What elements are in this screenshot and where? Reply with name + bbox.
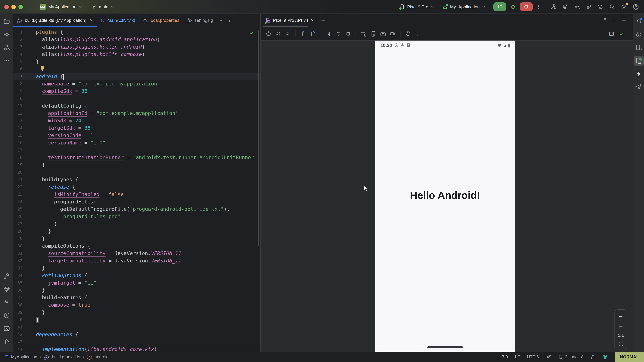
update-project-button[interactable] [596, 2, 605, 11]
intention-bulb-icon[interactable] [40, 66, 44, 71]
build-button[interactable] [549, 2, 558, 11]
code-line[interactable]: 8 namespace = "com.example.myapplication… [14, 80, 260, 87]
code-line[interactable]: 29 } [14, 235, 260, 242]
add-device-tab-button[interactable] [319, 16, 328, 25]
android-overview-button[interactable] [344, 29, 352, 38]
breadcrumb-item[interactable]: android [94, 355, 108, 359]
vcs-branch-selector[interactable]: main [92, 4, 114, 9]
rerun-button[interactable] [494, 2, 506, 11]
editor-scrollbar[interactable] [258, 30, 258, 246]
zoom-actual-size-button[interactable]: 1:1 [618, 333, 624, 338]
tab-build-gradle[interactable]: build.gradle.kts (My Application) ✕ [14, 14, 97, 27]
debug-button[interactable] [508, 2, 517, 11]
window-zoom-button[interactable] [18, 4, 23, 9]
tab-local-properties[interactable]: local.properties [139, 14, 183, 27]
toolwindow-app-links-button[interactable] [634, 82, 644, 92]
attach-debugger-button[interactable] [584, 2, 593, 11]
device-more-button[interactable] [413, 29, 422, 38]
rotate-right-button[interactable] [308, 29, 318, 38]
more-tool-windows-button[interactable] [2, 56, 12, 66]
toolwindow-vcs-button[interactable] [2, 337, 12, 347]
tab-mainactivity[interactable]: MainActivity.kt [97, 14, 139, 27]
code-line[interactable]: 12 applicationId = "com.example.myapplic… [14, 110, 260, 117]
code-line[interactable]: 22 release { [14, 183, 260, 191]
ai-assistant-status-button[interactable] [546, 354, 551, 360]
device-power-button[interactable] [264, 29, 273, 38]
breadcrumb-item[interactable]: MyApplication [11, 355, 37, 359]
ui-layout-check-icon[interactable] [609, 31, 614, 36]
toolwindow-running-devices-button[interactable] [634, 56, 644, 66]
zoom-in-button[interactable]: + [619, 313, 623, 320]
android-back-button[interactable] [324, 29, 333, 38]
search-everywhere-button[interactable] [608, 2, 616, 11]
code-line[interactable]: 20 [14, 169, 260, 176]
file-lock-button[interactable] [590, 355, 596, 360]
device-reset-button[interactable] [404, 29, 412, 38]
code-line[interactable]: 3 alias(libs.plugins.kotlin.android) [14, 43, 260, 51]
code-line[interactable]: 41 [14, 324, 260, 331]
code-line[interactable]: 13 minSdk = 24 [14, 117, 260, 124]
code-line[interactable]: 17 [14, 146, 260, 154]
hidden-tabs-chevron-icon[interactable] [219, 18, 223, 22]
notifications-button[interactable] [634, 16, 644, 26]
code-line[interactable]: 21 buildTypes { [14, 176, 260, 183]
toolwindow-app-insights-button[interactable] [2, 284, 12, 294]
stop-button[interactable] [520, 2, 533, 11]
window-minimize-button[interactable] [12, 4, 16, 9]
code-line[interactable]: 28 } [14, 228, 260, 235]
tab-options-kebab-icon[interactable] [228, 18, 232, 23]
volume-down-button[interactable] [284, 29, 292, 38]
code-line[interactable]: 19 } [14, 161, 260, 169]
toolwindow-build-button[interactable] [2, 271, 12, 281]
code-line[interactable]: 34 kotlinOptions { [14, 272, 260, 279]
indent-widget[interactable]: 2 spaces* [558, 355, 584, 360]
caret-position-widget[interactable]: 7:9 [502, 355, 508, 359]
account-button[interactable] [631, 2, 640, 11]
code-line[interactable]: 11 defaultConfig { [14, 102, 260, 110]
inspections-ok-check-icon[interactable] [249, 30, 254, 35]
code-line[interactable]: 14 targetSdk = 36 [14, 124, 260, 132]
code-line[interactable]: 43 [14, 338, 260, 346]
code-line[interactable]: 5} [14, 58, 260, 65]
device-tab-close-icon[interactable]: ✕ [310, 18, 314, 23]
code-line[interactable]: 26 "proguard-rules.pro" [14, 213, 260, 220]
code-line[interactable]: 31 sourceCompatibility = JavaVersion.VER… [14, 250, 260, 257]
volume-up-button[interactable] [274, 29, 283, 38]
code-line[interactable]: 6 [14, 65, 260, 73]
gesture-navigation-bar[interactable] [427, 346, 463, 348]
toolwindow-terminal-button[interactable] [2, 324, 12, 334]
toolwindow-project-button[interactable] [2, 16, 12, 26]
panel-options-kebab-icon[interactable] [612, 18, 616, 23]
rotate-left-button[interactable] [299, 29, 308, 38]
line-separator-widget[interactable]: LF [515, 355, 520, 359]
code-line[interactable]: 7android { [14, 73, 260, 80]
emulator-screen[interactable]: 10:20 Hello Android! [375, 40, 515, 352]
code-line[interactable]: 30 compileOptions { [14, 242, 260, 250]
device-tab[interactable]: Pixel 9 Pro API 34 ✕ [260, 14, 318, 27]
code-line[interactable]: 27 ) [14, 220, 260, 228]
android-home-button[interactable] [334, 29, 343, 38]
hardware-input-button[interactable] [359, 29, 368, 38]
apply-changes-button[interactable] [561, 2, 570, 11]
code-line[interactable]: 24 proguardFiles( [14, 198, 260, 205]
code-line[interactable]: 44 implementation(libs.androidx.core.ktx… [14, 346, 260, 352]
code-line[interactable]: 10 [14, 95, 260, 102]
fit-to-window-icon[interactable] [618, 341, 623, 347]
code-line[interactable]: 9 compileSdk = 36 [14, 87, 260, 95]
screen-record-button[interactable] [388, 29, 397, 38]
tab-settings-gradle[interactable]: settings.g [183, 14, 217, 27]
code-line[interactable]: 38 compose = true [14, 301, 260, 309]
code-line[interactable]: 37 buildFeatures { [14, 294, 260, 301]
code-line[interactable]: 23 isMinifyEnabled = false [14, 191, 260, 198]
code-line[interactable]: 4 alias(libs.plugins.kotlin.compose) [14, 51, 260, 58]
code-line[interactable]: 36 } [14, 287, 260, 294]
screenshot-button[interactable] [378, 29, 388, 38]
hide-panel-icon[interactable] [622, 18, 626, 23]
toolwindow-gradle-button[interactable] [634, 29, 644, 39]
toolwindow-problems-button[interactable] [2, 310, 12, 321]
code-line[interactable]: 33 } [14, 265, 260, 272]
toolwindow-gemini-button[interactable] [634, 69, 644, 79]
code-line[interactable]: 15 versionCode = 1 [14, 132, 260, 139]
code-editor[interactable]: 1plugins {2 alias(libs.plugins.android.a… [14, 27, 260, 352]
code-line[interactable]: 40} [14, 316, 260, 324]
